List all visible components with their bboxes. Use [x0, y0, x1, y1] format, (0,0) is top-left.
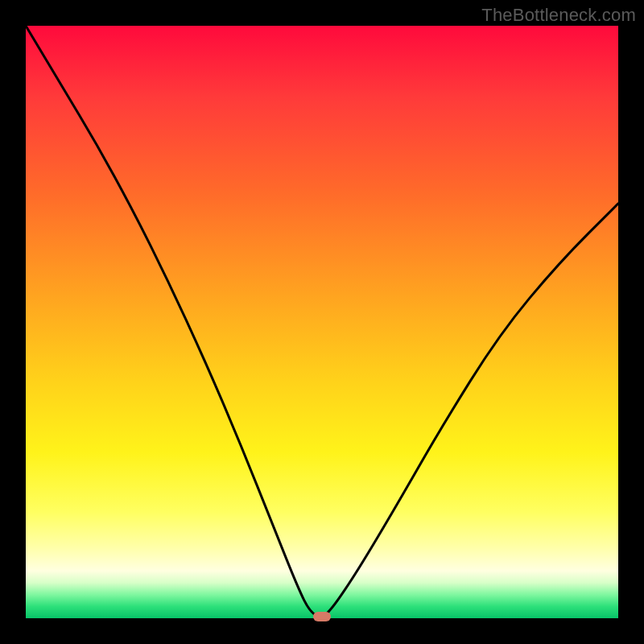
plot-area — [26, 26, 618, 618]
chart-container: TheBottleneck.com — [0, 0, 644, 644]
min-marker — [313, 612, 331, 621]
bottleneck-curve — [26, 26, 618, 618]
watermark-text: TheBottleneck.com — [481, 5, 636, 26]
